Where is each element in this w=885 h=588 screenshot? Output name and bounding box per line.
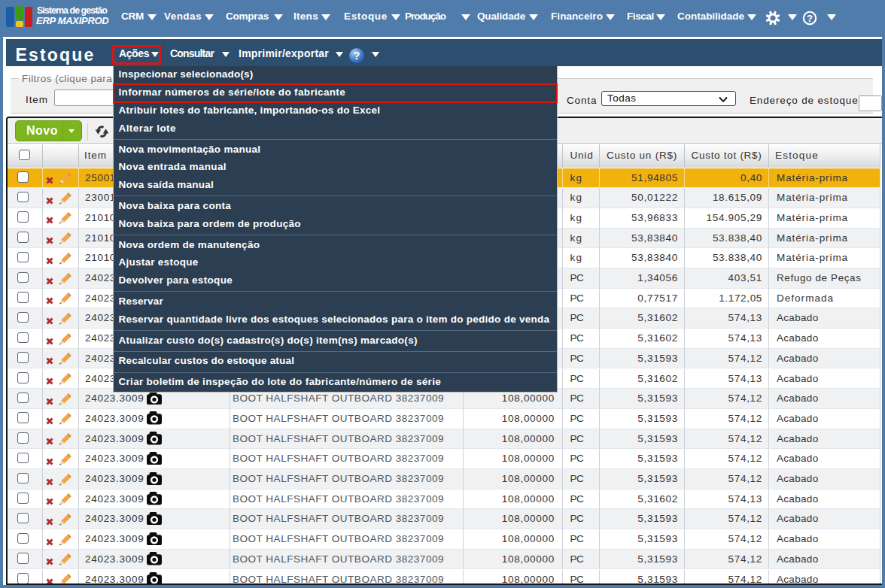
svg-text:?: ? — [807, 13, 813, 24]
